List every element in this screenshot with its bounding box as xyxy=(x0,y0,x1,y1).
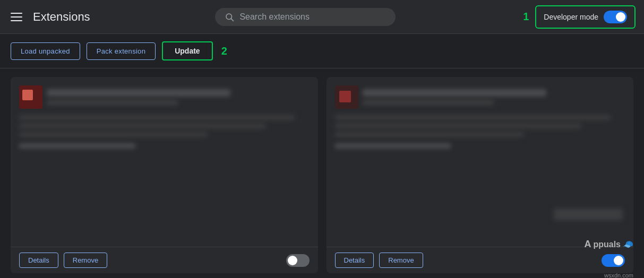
watermark-letter-a: A xyxy=(584,239,591,250)
ext-title-blur-2 xyxy=(363,89,546,97)
toolbar: Load unpacked Pack extension Update 2 xyxy=(0,34,644,68)
extension-icon-1 xyxy=(19,85,42,109)
header-left: Extensions xyxy=(8,10,90,24)
blur-line xyxy=(335,132,523,137)
ext-icon-area-1 xyxy=(19,85,310,109)
pack-extension-button[interactable]: Pack extension xyxy=(87,42,156,60)
app-title: Extensions xyxy=(33,10,90,24)
ext-version-2 xyxy=(335,143,451,149)
ext-subtitle-blur-1 xyxy=(47,100,178,105)
toggle-thumb xyxy=(616,12,625,22)
search-input[interactable] xyxy=(239,12,386,22)
wsxdn-watermark: wsxdn.com xyxy=(604,272,633,278)
developer-mode-toggle[interactable] xyxy=(604,11,627,23)
extra-blur-block xyxy=(554,209,623,220)
ext-desc-2 xyxy=(335,115,625,137)
update-button[interactable]: Update xyxy=(162,41,212,60)
blur-line xyxy=(335,124,582,128)
extension-icon-2 xyxy=(335,85,358,109)
extension-toggle-1[interactable] xyxy=(286,254,310,267)
ext-text-2 xyxy=(363,89,625,105)
details-button-2[interactable]: Details xyxy=(335,253,374,268)
load-unpacked-button[interactable]: Load unpacked xyxy=(11,42,80,60)
watermark-text: ppuals xyxy=(593,240,621,249)
ext-subtitle-blur-2 xyxy=(363,100,494,105)
remove-button-1[interactable]: Remove xyxy=(64,253,107,268)
ext-icon-area-2 xyxy=(335,85,625,109)
toggle-off-thumb xyxy=(288,256,297,265)
blur-line xyxy=(19,132,208,137)
main-content: Details Remove xyxy=(0,68,644,278)
search-icon xyxy=(225,12,234,22)
annotation-2: 2 xyxy=(221,45,227,57)
search-container xyxy=(215,8,396,26)
svg-line-1 xyxy=(231,19,234,21)
ext-title-blur-1 xyxy=(47,89,230,97)
hamburger-icon[interactable] xyxy=(8,11,24,23)
header-right: 1 Developer mode xyxy=(521,5,636,29)
watermark-icon: 🧢 xyxy=(623,239,633,249)
extension-card-1-footer: Details Remove xyxy=(11,247,318,273)
extension-toggle-2[interactable] xyxy=(602,254,625,267)
annotation-1: 1 xyxy=(523,11,529,23)
search-bar xyxy=(90,8,521,26)
extension-card-2-body xyxy=(327,77,634,247)
ext-desc-1 xyxy=(19,115,310,137)
watermark: A ppuals 🧢 xyxy=(584,239,633,250)
extension-card-2-footer: Details Remove xyxy=(327,247,634,273)
header: Extensions 1 Developer mode xyxy=(0,0,644,34)
blur-line xyxy=(19,115,295,120)
details-button-1[interactable]: Details xyxy=(19,253,58,268)
extension-card-1: Details Remove xyxy=(11,77,318,273)
blur-line xyxy=(19,124,266,128)
ext-text-1 xyxy=(47,89,310,105)
blur-line xyxy=(335,115,611,120)
ext-version-1 xyxy=(19,143,135,149)
developer-mode-container: Developer mode xyxy=(535,5,636,29)
developer-mode-label: Developer mode xyxy=(544,13,598,21)
remove-button-2[interactable]: Remove xyxy=(379,253,423,268)
toggle-on-thumb xyxy=(614,256,623,265)
extension-card-1-body xyxy=(11,77,318,247)
extensions-grid: Details Remove xyxy=(11,77,633,273)
